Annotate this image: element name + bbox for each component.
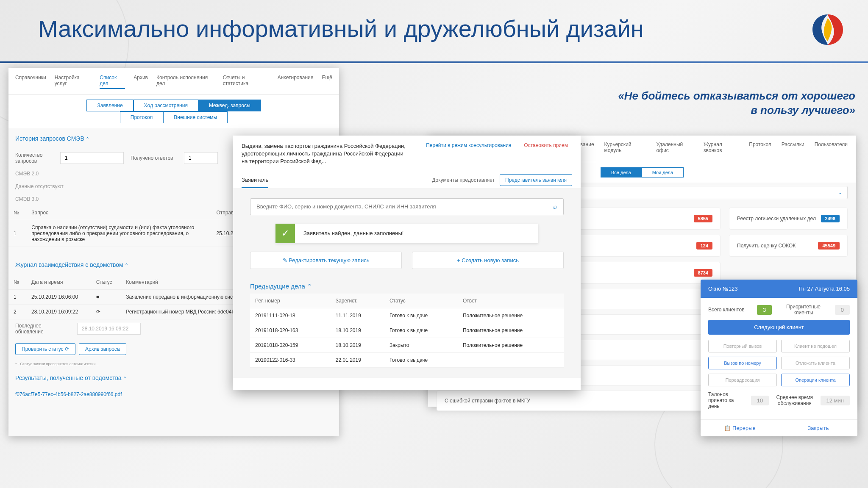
toggle-my-cases[interactable]: Мои дела	[642, 167, 684, 177]
nav-tabs: СправочникиНастройка услугСписок делАрхи…	[8, 68, 339, 94]
subtab-Внешние системы[interactable]: Внешние системы	[163, 111, 228, 123]
qty-input[interactable]	[60, 152, 124, 164]
slide-title: Максимально информативный и дружелюбный …	[38, 15, 644, 42]
tickets-value: 10	[751, 396, 769, 405]
p3-nav-8[interactable]: Пользователи	[815, 141, 848, 156]
chevron-down-icon: ⌄	[838, 190, 842, 195]
widget-action-1[interactable]: Клиент не подошел	[781, 340, 850, 352]
table-row[interactable]: 20191018-020-16318.10.2019Готово к выдач…	[250, 323, 564, 338]
nav-tab-4[interactable]: Контроль исполнения дел	[156, 73, 214, 89]
search-icon[interactable]: ⌕	[553, 203, 557, 211]
break-button[interactable]: 📋 Перерыв	[701, 420, 779, 436]
priority-clients-label: Приоритетные клиенты	[784, 304, 822, 316]
subtab-Межвед. запросы[interactable]: Межвед. запросы	[198, 100, 261, 111]
nav-tab-2[interactable]: Список дел	[100, 73, 125, 89]
check-icon: ✓	[275, 224, 295, 243]
qty-label: Количество запросов	[15, 152, 53, 164]
widget-action-2[interactable]: Вызов по номеру	[708, 357, 777, 369]
subtabs: ЗаявлениеХод рассмотренияМежвед. запросы…	[8, 94, 339, 128]
nav-tab-5[interactable]: Отчеты и статистика	[223, 73, 269, 89]
edit-record-button[interactable]: ✎ Редактировать текущую запись	[250, 252, 402, 269]
last-update-input	[77, 323, 141, 335]
clients-total-label: Всего клиентов	[708, 307, 745, 313]
nav-tab-0[interactable]: Справочники	[15, 73, 46, 89]
received-label: Получено ответов	[131, 155, 177, 161]
title-underline	[0, 61, 868, 63]
success-message: ✓ Заявитель найден, данные заполнены!	[275, 224, 538, 243]
widget-action-4[interactable]: Переадресация	[708, 374, 777, 386]
logo-icon	[809, 11, 847, 49]
representative-button[interactable]: Представитель заявителя	[500, 174, 572, 186]
status-card[interactable]: С ошибкой отправки фактов в МКГУ	[437, 391, 721, 411]
status-card[interactable]: Получить оценку СОКОК45549	[729, 235, 848, 257]
service-title: Выдача, замена паспортов гражданина Росс…	[242, 142, 417, 166]
stop-reception-button[interactable]: Остановить прием	[520, 142, 572, 148]
previous-cases-table: Рег. номерЗарегист.СтатусОтвет 20191111-…	[250, 294, 564, 368]
received-input[interactable]	[184, 152, 218, 164]
tab-applicant[interactable]: Заявитель	[242, 172, 268, 188]
close-button[interactable]: Закрыть	[779, 420, 857, 436]
nav-tab-1[interactable]: Настройка услуг	[55, 73, 92, 89]
clients-total-value: 3	[757, 305, 772, 315]
search-input-container: ⌕	[250, 198, 564, 215]
widget-datetime: Пн 27 Августа 16:05	[798, 286, 850, 292]
tickets-label: Талонов принято за день	[708, 391, 746, 409]
docs-label: Документы предоставляет	[432, 177, 495, 183]
table-row[interactable]: 20191018-020-15918.10.2019ЗакрытоПоложит…	[250, 338, 564, 352]
avg-time-value: 12 мин	[821, 396, 850, 405]
nav-tab-6[interactable]: Анкетирование	[278, 73, 314, 89]
archive-button[interactable]: Архив запроса	[79, 343, 126, 355]
queue-widget: Окно №123 Пн 27 Августа 16:05 Всего клие…	[701, 280, 857, 436]
p3-nav-5[interactable]: Журнал звонков	[704, 141, 739, 156]
widget-action-5[interactable]: Операции клиента	[781, 374, 850, 386]
subtab-Протокол[interactable]: Протокол	[120, 111, 164, 123]
table-row[interactable]: 20190122-016-3322.01.2019Готово к выдаче	[250, 352, 564, 367]
subtab-Ход рассмотрения[interactable]: Ход рассмотрения	[134, 100, 198, 111]
applicant-search-input[interactable]	[256, 203, 553, 210]
create-record-button[interactable]: + Создать новую запись	[412, 252, 564, 269]
priority-clients-value: 0	[835, 305, 850, 315]
table-row[interactable]: 20191111-020-1811.11.2019Готово к выдаче…	[250, 308, 564, 323]
result-file-link[interactable]: f076acf7e5-77ec-4b56-b827-2ae880990f66.p…	[15, 391, 122, 397]
widget-action-3[interactable]: Отложить клиента	[781, 357, 850, 369]
p3-nav-7[interactable]: Рассылки	[782, 141, 804, 156]
status-card[interactable]: Реестр логически удаленных дел2496	[729, 208, 848, 230]
widget-action-0[interactable]: Повторный вызов	[708, 340, 777, 352]
check-status-button[interactable]: Проверить статус ⟳	[15, 343, 75, 355]
nav-tab-7[interactable]: Ещё	[322, 73, 332, 89]
p3-nav-4[interactable]: Удаленный офис	[657, 141, 693, 156]
p3-nav-3[interactable]: Курьерский модуль	[604, 141, 646, 156]
last-update-label: Последнее обновление	[15, 323, 70, 335]
toggle-all-cases[interactable]: Все дела	[601, 167, 642, 177]
p3-nav-6[interactable]: Протокол	[749, 141, 771, 156]
previous-cases-title[interactable]: Предыдущие дела ⌃	[250, 276, 564, 294]
consult-mode-link[interactable]: Перейти в режим консультирования	[417, 142, 520, 149]
nav-tab-3[interactable]: Архив	[134, 73, 148, 89]
slide-quote: «Не бойтесь отказываться от хорошегов по…	[618, 89, 855, 118]
subtab-Заявление[interactable]: Заявление	[86, 100, 133, 111]
widget-window-title: Окно №123	[708, 286, 737, 292]
next-client-button[interactable]: Следующий клиент	[708, 320, 850, 335]
panel-applicant: Выдача, замена паспортов гражданина Росс…	[233, 136, 581, 390]
avg-time-label: Среднее время обслуживания	[773, 394, 816, 406]
